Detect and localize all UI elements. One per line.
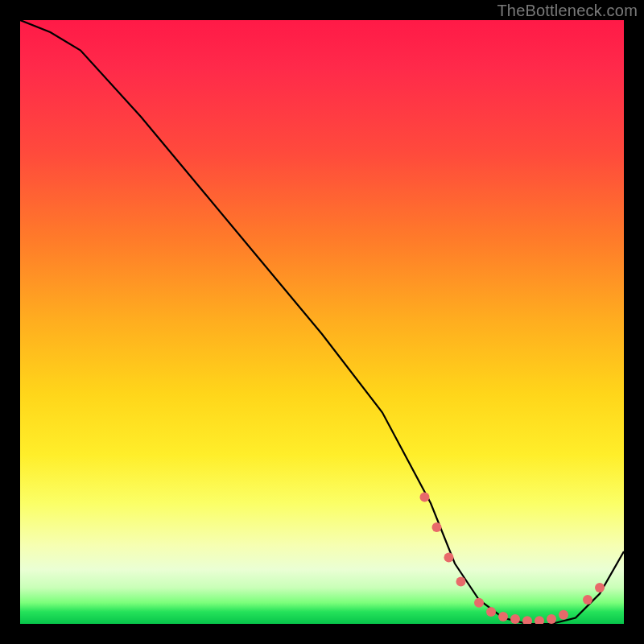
data-dots: [420, 493, 605, 625]
curve-svg: [20, 20, 624, 624]
data-dot: [456, 577, 466, 587]
data-dot: [559, 610, 568, 620]
plot-area: [20, 20, 624, 624]
data-dot: [420, 493, 430, 502]
data-dot: [522, 616, 532, 624]
data-dot: [486, 607, 496, 617]
data-dot: [583, 595, 592, 605]
data-dot: [444, 553, 454, 563]
bottleneck-curve: [20, 20, 624, 624]
data-dot: [510, 614, 520, 624]
data-dot: [498, 612, 508, 621]
data-dot: [547, 614, 556, 624]
data-dot: [595, 583, 605, 592]
data-dot: [474, 598, 484, 608]
chart-frame: TheBottleneck.com: [0, 0, 644, 644]
data-dot: [432, 522, 442, 532]
data-dot: [535, 616, 544, 624]
watermark-text: TheBottleneck.com: [497, 2, 638, 20]
